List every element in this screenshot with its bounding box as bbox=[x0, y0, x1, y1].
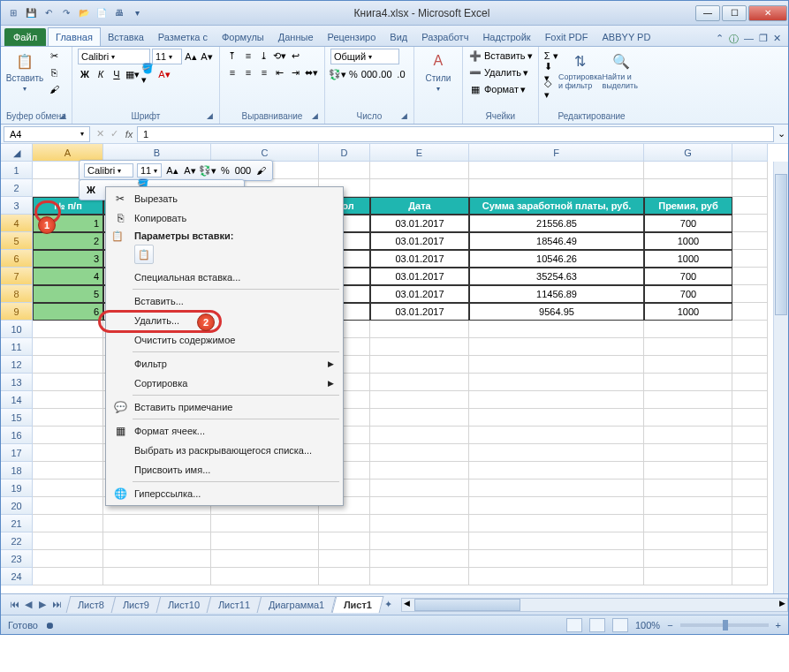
zoom-out-icon[interactable]: − bbox=[667, 620, 672, 630]
cell-G13[interactable] bbox=[644, 374, 732, 391]
cell-D1[interactable] bbox=[319, 162, 370, 179]
formula-bar[interactable]: 1 bbox=[137, 126, 774, 142]
cell-F17[interactable] bbox=[469, 444, 644, 462]
sheet-nav-last-icon[interactable]: ⏭ bbox=[50, 599, 63, 610]
row-header-12[interactable]: 12 bbox=[1, 356, 33, 374]
cell-A23[interactable] bbox=[33, 550, 103, 568]
cell-F5[interactable]: 18546.49 bbox=[469, 232, 644, 250]
cell-F8[interactable]: 11456.89 bbox=[469, 285, 644, 303]
cell-extra-22[interactable] bbox=[732, 532, 768, 550]
comma-icon[interactable]: 000 bbox=[362, 67, 376, 81]
mini-font-combo[interactable]: Calibri▾ bbox=[84, 163, 133, 177]
scroll-thumb[interactable] bbox=[775, 174, 787, 315]
cut-icon[interactable]: ✂ bbox=[47, 49, 61, 63]
cell-F24[interactable] bbox=[469, 568, 644, 585]
page-break-view-icon[interactable] bbox=[612, 618, 628, 632]
sheet-tab-1[interactable]: Лист9 bbox=[111, 596, 162, 613]
qat-dropdown-icon[interactable]: ▾ bbox=[130, 6, 144, 20]
bold-icon[interactable]: Ж bbox=[78, 67, 92, 81]
cell-G1[interactable] bbox=[644, 162, 732, 179]
cell-G22[interactable] bbox=[644, 532, 732, 550]
number-launcher-icon[interactable]: ◢ bbox=[401, 111, 412, 122]
ctx-hyperlink[interactable]: 🌐Гиперссылка... bbox=[108, 484, 341, 503]
enter-icon[interactable]: ✓ bbox=[107, 127, 121, 141]
ctx-copy[interactable]: ⎘Копировать bbox=[108, 208, 341, 228]
cell-F14[interactable] bbox=[469, 391, 644, 409]
ctx-filter[interactable]: Фильтр▶ bbox=[108, 354, 341, 374]
cell-F6[interactable]: 10546.26 bbox=[469, 250, 644, 268]
cell-F1[interactable] bbox=[469, 162, 644, 179]
cell-D23[interactable] bbox=[319, 550, 370, 568]
tab-addins[interactable]: Надстройк bbox=[475, 28, 537, 46]
cell-B22[interactable] bbox=[103, 532, 211, 550]
merge-icon[interactable]: ⬌▾ bbox=[305, 65, 319, 79]
tab-foxit[interactable]: Foxit PDF bbox=[538, 28, 596, 46]
cell-extra-5[interactable] bbox=[732, 232, 768, 250]
macro-record-icon[interactable]: ⏺ bbox=[45, 620, 55, 630]
expand-formula-icon[interactable]: ⌄ bbox=[774, 127, 788, 141]
cell-A8[interactable]: 5 bbox=[33, 285, 103, 303]
cell-extra-8[interactable] bbox=[732, 285, 768, 303]
cell-C22[interactable] bbox=[211, 532, 319, 550]
cell-E19[interactable] bbox=[370, 479, 469, 497]
zoom-level[interactable]: 100% bbox=[635, 620, 660, 630]
cell-G23[interactable] bbox=[644, 550, 732, 568]
cell-extra-1[interactable] bbox=[732, 162, 768, 179]
col-header-B[interactable]: B bbox=[103, 144, 211, 162]
mdi-restore-icon[interactable]: ❐ bbox=[759, 33, 768, 46]
ctx-paste-special[interactable]: Специальная вставка... bbox=[108, 268, 341, 287]
ctx-clear[interactable]: Очистить содержимое bbox=[108, 330, 341, 350]
cell-F13[interactable] bbox=[469, 374, 644, 391]
row-header-4[interactable]: 4 bbox=[1, 215, 33, 232]
grow-font-icon[interactable]: A▴ bbox=[184, 49, 198, 64]
cell-extra-16[interactable] bbox=[732, 427, 768, 444]
row-header-2[interactable]: 2 bbox=[1, 179, 33, 197]
border-icon[interactable]: ▦▾ bbox=[125, 67, 140, 81]
tab-data[interactable]: Данные bbox=[271, 28, 321, 46]
cell-extra-2[interactable] bbox=[732, 179, 768, 197]
cell-G15[interactable] bbox=[644, 409, 732, 427]
cell-D22[interactable] bbox=[319, 532, 370, 550]
cell-B21[interactable] bbox=[103, 515, 211, 532]
cancel-icon[interactable]: ✕ bbox=[93, 127, 107, 141]
cell-A12[interactable] bbox=[33, 356, 103, 374]
cell-A17[interactable] bbox=[33, 444, 103, 462]
col-header-C[interactable]: C bbox=[211, 144, 319, 162]
cell-extra-20[interactable] bbox=[732, 497, 768, 515]
row-header-16[interactable]: 16 bbox=[1, 427, 33, 444]
tab-layout[interactable]: Разметка с bbox=[151, 28, 215, 46]
cell-G10[interactable] bbox=[644, 321, 732, 338]
sort-filter-button[interactable]: ⇅ Сортировка и фильтр bbox=[562, 49, 599, 91]
row-header-10[interactable]: 10 bbox=[1, 321, 33, 338]
font-color-icon[interactable]: A▾ bbox=[157, 67, 171, 81]
cell-G24[interactable] bbox=[644, 568, 732, 585]
delete-cells-button[interactable]: ➖Удалить ▾ bbox=[468, 65, 533, 79]
font-size-combo[interactable]: 11▾ bbox=[152, 49, 182, 64]
cell-G14[interactable] bbox=[644, 391, 732, 409]
cell-G18[interactable] bbox=[644, 462, 732, 479]
cell-A24[interactable] bbox=[33, 568, 103, 585]
tab-formulas[interactable]: Формулы bbox=[215, 28, 271, 46]
cell-G17[interactable] bbox=[644, 444, 732, 462]
mini-format-painter-icon[interactable]: 🖌 bbox=[254, 163, 268, 177]
ctx-sort[interactable]: Сортировка▶ bbox=[108, 374, 341, 393]
cell-A14[interactable] bbox=[33, 391, 103, 409]
maximize-button[interactable]: ☐ bbox=[722, 5, 747, 21]
cell-extra-9[interactable] bbox=[732, 303, 768, 321]
format-painter-icon[interactable]: 🖌 bbox=[47, 82, 61, 96]
cell-G7[interactable]: 700 bbox=[644, 268, 732, 285]
cell-E24[interactable] bbox=[370, 568, 469, 585]
sheet-tab-5[interactable]: Лист1 bbox=[331, 596, 383, 613]
tab-developer[interactable]: Разработч bbox=[414, 28, 475, 46]
cell-E12[interactable] bbox=[370, 356, 469, 374]
new-sheet-icon[interactable]: ✦ bbox=[384, 599, 392, 610]
align-top-icon[interactable]: ⤒ bbox=[225, 49, 239, 63]
minimize-button[interactable]: — bbox=[695, 5, 720, 21]
cell-G2[interactable] bbox=[644, 179, 732, 197]
row-header-1[interactable]: 1 bbox=[1, 162, 33, 179]
row-header-18[interactable]: 18 bbox=[1, 462, 33, 479]
sheet-nav-prev-icon[interactable]: ◀ bbox=[22, 599, 34, 610]
row-header-22[interactable]: 22 bbox=[1, 532, 33, 550]
cell-E22[interactable] bbox=[370, 532, 469, 550]
cell-A15[interactable] bbox=[33, 409, 103, 427]
